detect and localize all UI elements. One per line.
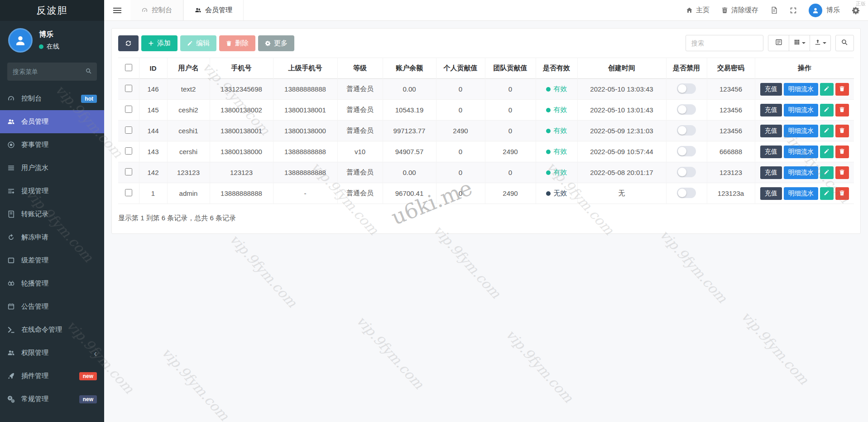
cell-phone: 13800138000 [210, 141, 273, 162]
sidebar-item-dashboard[interactable]: 控制台 hot [0, 87, 104, 110]
hamburger-menu-icon[interactable] [104, 0, 130, 20]
table-search-input[interactable] [686, 35, 763, 51]
recharge-button[interactable]: 充值 [760, 83, 782, 96]
delete-button[interactable]: 删除 [219, 35, 255, 51]
add-button[interactable]: 添加 [141, 35, 177, 51]
column-header[interactable]: 创建时间 [577, 58, 666, 79]
flow-detail-button[interactable]: 明细流水 [784, 83, 818, 96]
column-header[interactable]: 账户余额 [383, 58, 436, 79]
user-menu[interactable]: 博乐 [809, 4, 840, 17]
sidebar-item-auth-users[interactable]: 权限管理 ‹ [0, 341, 104, 364]
columns-button[interactable] [789, 35, 810, 51]
row-select-cell [118, 162, 139, 183]
users-icon [7, 118, 15, 126]
flow-detail-button[interactable]: 明细流水 [784, 166, 818, 179]
recharge-button[interactable]: 充值 [760, 166, 782, 179]
cell-actions: 充值明细流水 [755, 183, 854, 204]
sidebar-item-list[interactable]: 用户流水 [0, 156, 104, 179]
refresh-button[interactable] [118, 35, 139, 51]
sidebar-item-book[interactable]: 转账记录 [0, 203, 104, 226]
recharge-button[interactable]: 充值 [760, 125, 782, 137]
detail-view-button[interactable] [768, 35, 789, 51]
row-delete-button[interactable] [835, 83, 849, 96]
menu-search-input[interactable] [7, 63, 97, 81]
sidebar-item-square[interactable]: 级差管理 [0, 249, 104, 272]
cell-level: 普通会员 [337, 162, 383, 183]
column-header[interactable]: 手机号 [210, 58, 273, 79]
export-button[interactable] [810, 35, 831, 51]
pencil-icon [824, 127, 830, 135]
recharge-button[interactable]: 充值 [760, 104, 782, 116]
cell-personal-value: 0 [436, 79, 485, 100]
recharge-button[interactable]: 充值 [760, 187, 782, 200]
row-delete-button[interactable] [835, 125, 849, 137]
row-delete-button[interactable] [835, 187, 849, 200]
column-header[interactable]: 上级手机号 [273, 58, 337, 79]
row-edit-button[interactable] [820, 125, 834, 137]
sidebar-item-notice[interactable]: 公告管理 [0, 295, 104, 318]
status-text: 有效 [554, 168, 567, 176]
row-checkbox[interactable] [125, 126, 132, 134]
row-checkbox[interactable] [125, 189, 132, 196]
disable-toggle[interactable] [677, 146, 696, 156]
row-checkbox[interactable] [125, 168, 132, 175]
column-header[interactable]: 等级 [337, 58, 383, 79]
disable-toggle[interactable] [677, 104, 696, 115]
clear-cache-link[interactable]: 清除缓存 [721, 6, 758, 15]
status-text: 有效 [554, 85, 567, 92]
flow-detail-button[interactable]: 明细流水 [784, 187, 818, 200]
tab-dashboard[interactable]: 控制台 [130, 0, 183, 20]
row-edit-button[interactable] [820, 166, 834, 179]
sidebar-item-terminal[interactable]: 在线命令管理 [0, 318, 104, 341]
tab-members[interactable]: 会员管理 [183, 0, 244, 20]
column-header[interactable]: ID [139, 58, 167, 79]
row-edit-button[interactable] [820, 146, 834, 158]
flow-detail-button[interactable]: 明细流水 [784, 125, 818, 137]
sidebar-item-withdraw[interactable]: 提现管理 [0, 179, 104, 203]
search-submit-button[interactable] [835, 35, 854, 51]
square-icon [7, 257, 15, 264]
home-link[interactable]: 主页 [686, 6, 710, 15]
row-checkbox[interactable] [125, 85, 132, 92]
fullscreen-icon[interactable] [790, 7, 797, 14]
row-delete-button[interactable] [835, 104, 849, 116]
edit-button[interactable]: 编辑 [180, 35, 216, 51]
row-edit-button[interactable] [820, 83, 834, 96]
sidebar-item-rocket[interactable]: 插件管理 new [0, 364, 104, 388]
sidebar-search [7, 63, 97, 81]
column-header[interactable]: 用户名 [167, 58, 210, 79]
gears-icon[interactable] [852, 6, 860, 15]
cell-disabled [666, 183, 707, 204]
flow-detail-button[interactable]: 明细流水 [784, 104, 818, 116]
row-checkbox[interactable] [125, 106, 132, 113]
disable-toggle[interactable] [677, 188, 696, 198]
sidebar-item-unfreeze[interactable]: 解冻申请 [0, 226, 104, 249]
more-button[interactable]: 更多 [258, 35, 294, 51]
column-header[interactable]: 是否有效 [536, 58, 577, 79]
sidebar-item-users[interactable]: 会员管理 [0, 110, 104, 133]
column-header[interactable]: 是否禁用 [666, 58, 707, 79]
row-edit-button[interactable] [820, 104, 834, 116]
cell-team-value: 0 [485, 100, 536, 121]
flow-detail-button[interactable]: 明细流水 [784, 146, 818, 158]
disable-toggle[interactable] [677, 125, 696, 136]
row-edit-button[interactable] [820, 187, 834, 200]
column-header[interactable]: 交易密码 [707, 58, 755, 79]
row-delete-button[interactable] [835, 166, 849, 179]
row-delete-button[interactable] [835, 146, 849, 158]
disable-toggle[interactable] [677, 83, 696, 94]
cell-balance: 96700.41 [383, 183, 436, 204]
row-select-cell [118, 141, 139, 162]
sidebar-item-soccer[interactable]: 赛事管理 [0, 133, 104, 156]
column-header[interactable]: 团队贡献值 [485, 58, 536, 79]
sidebar-item-gears[interactable]: 常规管理 new [0, 388, 104, 411]
column-header[interactable]: 个人贡献值 [436, 58, 485, 79]
cell-created: 2022-05-08 20:01:17 [577, 162, 666, 183]
recharge-button[interactable]: 充值 [760, 146, 782, 158]
select-all-checkbox[interactable] [125, 64, 132, 71]
sidebar-item-carousel[interactable]: 轮播管理 [0, 272, 104, 295]
disable-toggle[interactable] [677, 167, 696, 177]
row-checkbox[interactable] [125, 147, 132, 155]
column-header[interactable]: 操作 [755, 58, 854, 79]
file-translate-icon[interactable] [770, 6, 778, 14]
